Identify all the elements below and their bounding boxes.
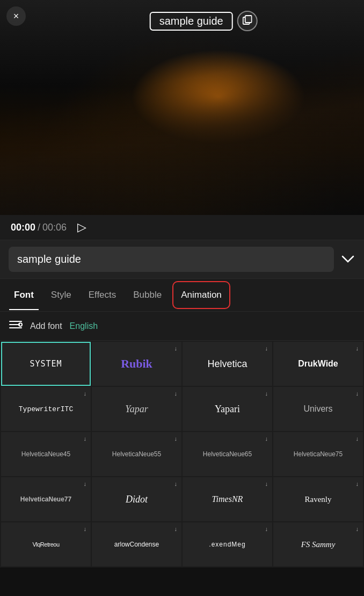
tabs-bar: Font Style Effects Bubble Animation <box>0 279 364 312</box>
font-label-timesnr: TimesNR <box>210 492 245 506</box>
font-label-yapar-italic: Yapar <box>123 401 150 417</box>
close-icon: × <box>13 11 19 22</box>
font-label-hn77: HelveticaNeue77 <box>18 493 74 505</box>
font-label-helvetica: Helvetica <box>205 356 249 372</box>
font-cell-helveticaneue55[interactable]: ↓ HelveticaNeue55 <box>92 432 181 476</box>
add-font-label[interactable]: Add font <box>30 321 62 331</box>
download-icon-hn45: ↓ <box>84 435 87 442</box>
font-cell-didot[interactable]: ↓ Didot <box>92 477 181 521</box>
font-label-typewriterITC: TypewriterITC <box>17 403 75 415</box>
download-icon-hn55: ↓ <box>174 435 178 442</box>
chevron-down-icon <box>340 251 355 267</box>
font-label-drukwide: DrukWide <box>296 357 340 371</box>
download-icon-typewriterITC: ↓ <box>84 390 87 397</box>
tab-animation[interactable]: Animation <box>172 281 230 309</box>
font-cell-rubik[interactable]: ↓ Rubik <box>92 342 181 386</box>
copy-icon-button[interactable] <box>237 11 258 31</box>
download-icon-drukwide: ↓ <box>356 345 359 351</box>
font-label-hn75: HelveticaNeue75 <box>292 448 345 460</box>
video-preview: × sample guide <box>0 0 364 215</box>
play-button[interactable]: ▷ <box>77 220 86 234</box>
font-label-system: SYSTEM <box>27 357 64 371</box>
font-cell-extendedmeg[interactable]: ↓ .exendMeg <box>183 522 272 566</box>
time-separator: / <box>38 222 40 233</box>
download-icon-hn65: ↓ <box>265 435 268 442</box>
current-time: 00:00 <box>11 222 35 233</box>
tab-font[interactable]: Font <box>5 280 42 310</box>
font-cell-fssammy[interactable]: ↓ FS Sammy <box>273 522 363 566</box>
playback-bar: 00:00 / 00:06 ▷ <box>0 215 364 240</box>
close-button[interactable]: × <box>6 6 26 26</box>
tab-style[interactable]: Style <box>42 280 80 310</box>
font-label-fssammy: FS Sammy <box>299 538 338 551</box>
total-time: 00:06 <box>42 222 67 233</box>
download-icon-hn77: ↓ <box>84 480 87 487</box>
font-cell-montserrat[interactable]: ↓ VlqRetreou <box>1 522 91 566</box>
font-label-hn45: HelveticaNeue45 <box>19 448 72 460</box>
tab-effects[interactable]: Effects <box>80 280 125 310</box>
font-label-hn65: HelveticaNeue65 <box>201 448 254 460</box>
filter-bar: Add font English <box>0 312 364 341</box>
play-icon: ▷ <box>77 220 86 234</box>
font-label-univers: Univers <box>301 402 334 416</box>
chevron-down-button[interactable] <box>340 251 355 268</box>
font-grid: SYSTEM ↓ Rubik ↓ Helvetica ↓ DrukWide ↓ … <box>0 341 364 568</box>
download-icon-yapar-italic: ↓ <box>174 390 178 397</box>
font-cell-yapar-italic[interactable]: ↓ Yapar <box>92 387 181 431</box>
font-cell-yapari[interactable]: ↓ Yapari <box>183 387 272 431</box>
font-label-montserrat: VlqRetreou <box>30 539 61 550</box>
font-cell-ravenly[interactable]: ↓ Ravenly <box>273 477 363 521</box>
font-cell-helveticaneue77[interactable]: ↓ HelveticaNeue77 <box>1 477 91 521</box>
download-icon-fssammy: ↓ <box>356 526 359 532</box>
font-cell-harlowcondense[interactable]: ↓ arlowCondense <box>92 522 181 566</box>
overlay-text: sample guide <box>150 12 233 31</box>
download-icon-extended: ↓ <box>265 526 268 532</box>
font-label-rubik: Rubik <box>119 355 155 373</box>
overlay-label-container: sample guide <box>150 11 258 31</box>
font-label-hn55: HelveticaNeue55 <box>110 448 163 460</box>
download-icon-montserrat: ↓ <box>84 526 87 532</box>
font-label-harlow: arlowCondense <box>112 538 161 550</box>
font-label-yapari: Yapari <box>213 401 242 417</box>
road-overlay <box>0 0 364 215</box>
time-display: 00:00 / 00:06 <box>11 222 67 233</box>
svg-rect-1 <box>245 16 252 23</box>
font-cell-drukwide[interactable]: ↓ DrukWide <box>273 342 363 386</box>
font-cell-system[interactable]: SYSTEM <box>1 342 91 386</box>
font-cell-univers[interactable]: ↓ Univers <box>273 387 363 431</box>
language-label[interactable]: English <box>70 321 98 331</box>
text-input[interactable] <box>9 247 334 272</box>
download-icon-hn75: ↓ <box>356 435 359 442</box>
download-icon-harlow: ↓ <box>174 526 178 532</box>
download-icon-yapari: ↓ <box>265 390 268 397</box>
font-cell-helvetica[interactable]: ↓ Helvetica <box>183 342 272 386</box>
font-cell-helveticaneue45[interactable]: ↓ HelveticaNeue45 <box>1 432 91 476</box>
download-icon-helvetica: ↓ <box>265 345 268 351</box>
font-cell-timesnr[interactable]: ↓ TimesNR <box>183 477 272 521</box>
text-input-bar <box>0 240 364 279</box>
download-icon-rubik: ↓ <box>174 345 178 351</box>
font-label-extended: .exendMeg <box>207 538 247 550</box>
download-icon-ravenly: ↓ <box>356 480 359 487</box>
filter-icon <box>9 319 23 333</box>
download-icon-timesnr: ↓ <box>265 480 268 487</box>
font-cell-helveticaneue65[interactable]: ↓ HelveticaNeue65 <box>183 432 272 476</box>
font-label-ravenly: Ravenly <box>303 493 334 506</box>
font-cell-typewriterITC[interactable]: ↓ TypewriterITC <box>1 387 91 431</box>
font-cell-helveticaneue75[interactable]: ↓ HelveticaNeue75 <box>273 432 363 476</box>
copy-icon <box>243 15 252 27</box>
font-label-didot: Didot <box>123 492 150 507</box>
download-icon-didot: ↓ <box>174 480 178 487</box>
download-icon-univers: ↓ <box>356 390 359 397</box>
tab-bubble[interactable]: Bubble <box>125 280 170 310</box>
